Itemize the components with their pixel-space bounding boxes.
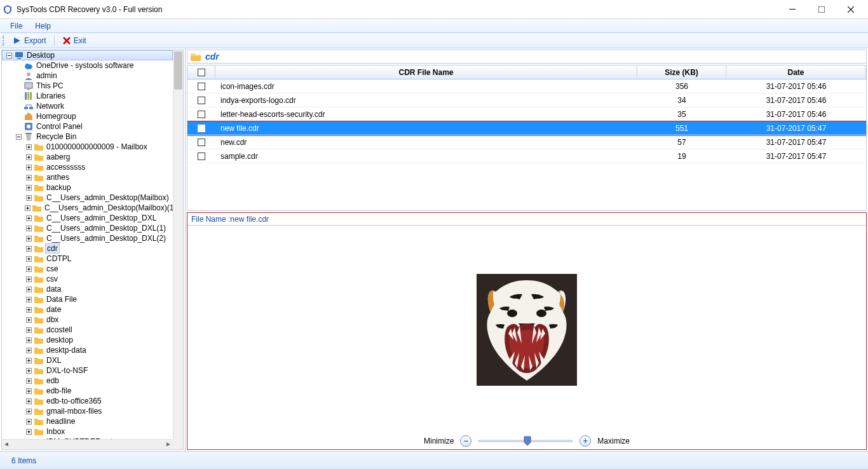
- tree-item[interactable]: C__Users_admin_Desktop(Mailbox)(1): [2, 203, 173, 213]
- expander-icon[interactable]: [25, 214, 32, 222]
- file-row[interactable]: letter-head-escorts-security.cdr3531-07-…: [187, 107, 866, 121]
- tree-horizontal-scrollbar[interactable]: [2, 439, 173, 449]
- header-date[interactable]: Date: [726, 65, 866, 79]
- tree-vertical-scrollbar[interactable]: [173, 50, 183, 439]
- tree-item[interactable]: anthes: [2, 172, 173, 182]
- tree-admin[interactable]: admin: [2, 71, 173, 81]
- expander-icon[interactable]: [15, 102, 22, 110]
- tree-item[interactable]: edb: [2, 376, 173, 386]
- tree-onedrive[interactable]: OneDrive - systools software: [2, 60, 173, 71]
- file-row[interactable]: icon-images.cdr35631-07-2017 05:46: [187, 79, 866, 93]
- tree-controlpanel[interactable]: Control Panel: [2, 121, 173, 132]
- export-button[interactable]: Export: [9, 35, 50, 46]
- tree-item[interactable]: date: [2, 304, 173, 315]
- select-all-checkbox[interactable]: [198, 69, 205, 76]
- tree-item[interactable]: dcostell: [2, 325, 173, 335]
- tree-item[interactable]: C__Users_admin_Desktop_DXL: [2, 213, 173, 223]
- maximize-button[interactable]: [807, 0, 836, 19]
- expander-icon[interactable]: [5, 51, 13, 59]
- expander-icon[interactable]: [25, 184, 32, 191]
- tree-recyclebin[interactable]: Recycle Bin: [2, 132, 173, 142]
- tree-network[interactable]: Network: [2, 101, 173, 111]
- tree-item[interactable]: Data File: [2, 294, 173, 304]
- expander-icon[interactable]: [25, 143, 32, 151]
- expander-icon[interactable]: [25, 367, 32, 374]
- tree-item[interactable]: CDTPL: [2, 254, 173, 264]
- tree-item[interactable]: 0100000000000009 - Mailbox: [2, 142, 173, 152]
- expander-icon[interactable]: [25, 418, 32, 425]
- expander-icon[interactable]: [25, 326, 32, 334]
- zoom-slider-track[interactable]: [478, 440, 573, 442]
- expander-icon[interactable]: [25, 428, 32, 435]
- tree-item[interactable]: DXL-to-NSF: [2, 365, 173, 376]
- expander-icon[interactable]: [25, 265, 32, 273]
- tree-item[interactable]: headline: [2, 416, 173, 426]
- expander-icon[interactable]: [25, 387, 32, 395]
- row-checkbox-cell[interactable]: [187, 111, 215, 118]
- tree-item[interactable]: C__Users_admin_Desktop_DXL(1): [2, 223, 173, 233]
- row-checkbox[interactable]: [198, 111, 205, 118]
- tree-item[interactable]: dbx: [2, 315, 173, 325]
- expander-icon[interactable]: [25, 316, 32, 323]
- row-checkbox-cell[interactable]: [187, 153, 215, 160]
- row-checkbox[interactable]: [198, 83, 205, 90]
- expander-icon[interactable]: [25, 275, 32, 283]
- tree-libraries[interactable]: Libraries: [2, 91, 173, 101]
- file-row[interactable]: new file.cdr55131-07-2017 05:47: [187, 121, 866, 135]
- expander-icon[interactable]: [25, 234, 32, 242]
- row-checkbox[interactable]: [198, 153, 205, 160]
- expander-icon[interactable]: [25, 357, 32, 364]
- expander-icon[interactable]: [25, 336, 32, 344]
- expander-icon[interactable]: [15, 123, 22, 130]
- tree-item[interactable]: edb-file: [2, 386, 173, 396]
- menu-file[interactable]: File: [5, 20, 27, 32]
- tree-item[interactable]: Inbox: [2, 426, 173, 437]
- row-checkbox[interactable]: [198, 125, 205, 132]
- tree-item[interactable]: desktop: [2, 335, 173, 345]
- header-checkbox-cell[interactable]: [187, 65, 215, 79]
- row-checkbox[interactable]: [198, 139, 205, 146]
- expander-icon[interactable]: [25, 163, 32, 171]
- menu-help[interactable]: Help: [30, 20, 56, 32]
- zoom-out-button[interactable]: −: [460, 435, 471, 447]
- row-checkbox-cell[interactable]: [187, 83, 215, 90]
- row-checkbox-cell[interactable]: [187, 139, 215, 146]
- expander-icon[interactable]: [15, 62, 22, 69]
- row-checkbox-cell[interactable]: [187, 97, 215, 104]
- tree-item[interactable]: csv: [2, 274, 173, 284]
- expander-icon[interactable]: [25, 255, 32, 262]
- tree-item[interactable]: cdr: [2, 243, 173, 254]
- expander-icon[interactable]: [25, 377, 32, 384]
- expander-icon[interactable]: [25, 397, 32, 405]
- tree-homegroup[interactable]: Homegroup: [2, 111, 173, 121]
- tree-item[interactable]: C__Users_admin_Desktop(Mailbox): [2, 193, 173, 203]
- expander-icon[interactable]: [25, 296, 32, 303]
- expander-icon[interactable]: [25, 346, 32, 354]
- expander-icon[interactable]: [15, 72, 22, 79]
- zoom-in-button[interactable]: +: [580, 435, 591, 447]
- exit-button[interactable]: Exit: [58, 35, 90, 46]
- tree-desktop[interactable]: Desktop: [2, 50, 173, 60]
- file-row[interactable]: new.cdr5731-07-2017 05:47: [187, 135, 866, 149]
- tree-item[interactable]: DXL: [2, 355, 173, 365]
- expander-icon[interactable]: [25, 224, 32, 232]
- file-row[interactable]: indya-exports-logo.cdr3431-07-2017 05:46: [187, 93, 866, 107]
- expander-icon[interactable]: [25, 153, 32, 161]
- expander-icon[interactable]: [25, 204, 31, 212]
- tree-item[interactable]: C__Users_admin_Desktop_DXL(2): [2, 233, 173, 243]
- tree-item[interactable]: backup: [2, 182, 173, 193]
- expander-icon[interactable]: [25, 194, 32, 201]
- header-name[interactable]: CDR File Name: [215, 65, 637, 79]
- row-checkbox[interactable]: [198, 97, 205, 104]
- minimize-button[interactable]: [778, 0, 807, 19]
- expander-icon[interactable]: [25, 285, 32, 293]
- row-checkbox-cell[interactable]: [187, 125, 215, 132]
- file-row[interactable]: sample.cdr1931-07-2017 05:47: [187, 149, 866, 163]
- expander-icon[interactable]: [25, 407, 32, 415]
- tree-item[interactable]: data: [2, 284, 173, 294]
- tree-item[interactable]: cse: [2, 264, 173, 274]
- expander-icon[interactable]: [15, 92, 22, 100]
- tree-thispc[interactable]: This PC: [2, 81, 173, 91]
- header-size[interactable]: Size (KB): [637, 65, 726, 79]
- tree-item[interactable]: gmail-mbox-files: [2, 406, 173, 416]
